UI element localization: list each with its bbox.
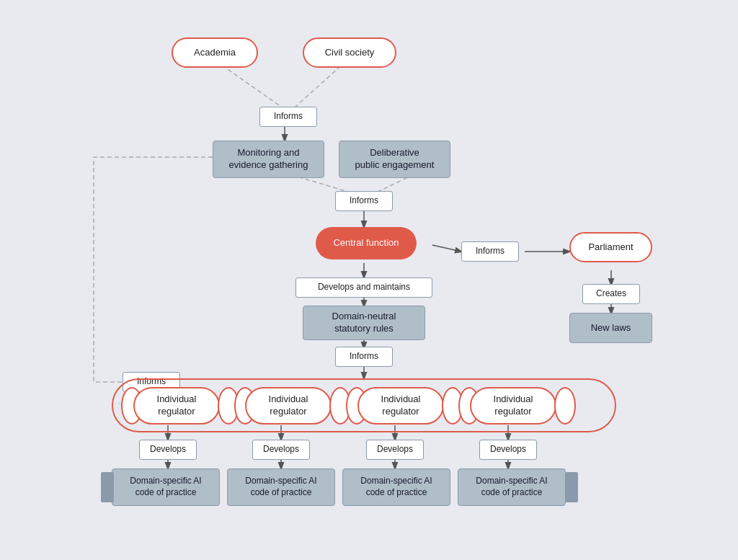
diagram: Academia Civil society Informs Monitorin… — [0, 0, 738, 560]
reg4-node: Individual regulator — [470, 387, 556, 425]
code4-side-indicator — [565, 472, 578, 502]
academia-node: Academia — [172, 37, 258, 68]
develops3-node: Develops — [366, 440, 424, 460]
reg4-circle-right — [554, 387, 576, 425]
develops-maintains-node: Develops and maintains — [295, 277, 432, 298]
code3-node: Domain-specific AI code of practice — [342, 468, 450, 506]
code4-node: Domain-specific AI code of practice — [458, 468, 566, 506]
informs-top-node: Informs — [259, 107, 317, 127]
code2-node: Domain-specific AI code of practice — [227, 468, 335, 506]
monitoring-node: Monitoring and evidence gathering — [213, 141, 324, 178]
reg2-node: Individual regulator — [245, 387, 332, 425]
domain-neutral-node: Domain-neutral statutory rules — [303, 306, 425, 340]
develops2-node: Develops — [252, 440, 310, 460]
develops1-node: Develops — [139, 440, 197, 460]
svg-line-6 — [432, 245, 461, 252]
code1-node: Domain-specific AI code of practice — [112, 468, 220, 506]
develops4-node: Develops — [479, 440, 537, 460]
svg-line-0 — [216, 61, 281, 107]
svg-line-1 — [295, 61, 346, 107]
deliberative-node: Deliberative public engagement — [339, 141, 450, 178]
reg3-node: Individual regulator — [357, 387, 444, 425]
informs-bottom-node: Informs — [335, 347, 393, 367]
reg1-node: Individual regulator — [133, 387, 220, 425]
informs-mid-node: Informs — [335, 191, 393, 211]
new-laws-node: New laws — [569, 313, 652, 343]
creates-node: Creates — [582, 284, 640, 304]
informs-right-node: Informs — [461, 241, 519, 262]
code1-side-indicator — [101, 472, 114, 502]
parliament-node: Parliament — [569, 232, 652, 262]
central-function-node: Central function — [316, 227, 417, 259]
civil-society-node: Civil society — [303, 37, 396, 68]
